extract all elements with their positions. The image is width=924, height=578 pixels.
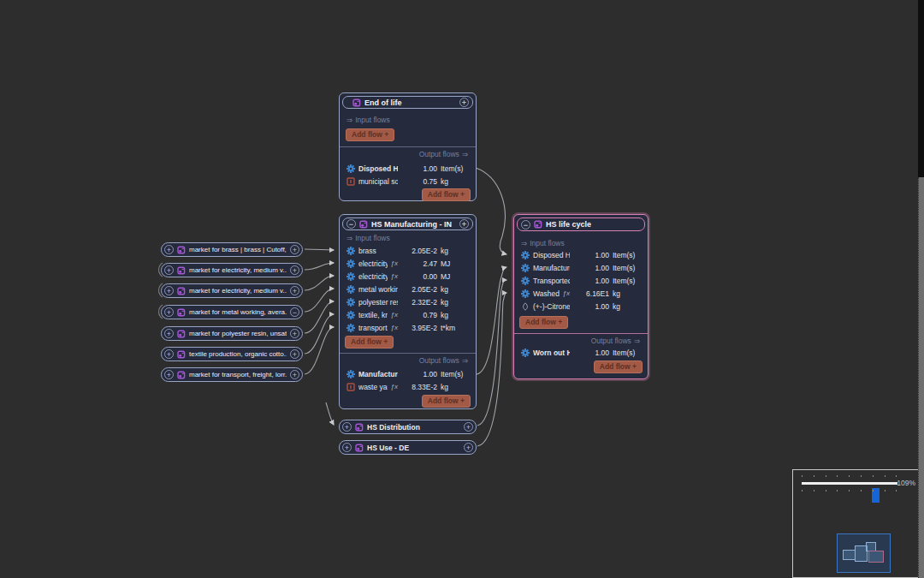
- technosphere-icon: [346, 247, 355, 255]
- flow-name: polyester resin, unsa...: [358, 298, 398, 307]
- flow-name: Disposed HS: [533, 251, 570, 259]
- flow-amount[interactable]: 1.00: [573, 277, 609, 285]
- flow-amount[interactable]: 2.05E-2: [401, 285, 437, 294]
- collapsed-upstream-node[interactable]: + market for transport, freight, lorr...…: [161, 367, 303, 382]
- node-end-of-life-header[interactable]: End of life +: [342, 96, 473, 109]
- flow-row[interactable]: Manufactured HS 1.00 Item(s): [516, 261, 646, 274]
- flow-row[interactable]: polyester resin, unsa... 2.32E-2 kg: [341, 295, 474, 308]
- formula-icon: ƒx: [563, 289, 570, 297]
- collapsed-upstream-node[interactable]: + market for brass | brass | Cutoff, ...…: [161, 242, 303, 257]
- expand-downstream-button[interactable]: +: [459, 98, 469, 107]
- expand-upstream-button[interactable]: +: [164, 370, 174, 379]
- flow-amount[interactable]: 1.00: [401, 370, 437, 378]
- output-flows-label: Output flows ⇒: [591, 337, 640, 345]
- flow-row[interactable]: Manufactured HS 1.00 Item(s): [341, 367, 474, 380]
- expand-downstream-button[interactable]: +: [290, 265, 299, 275]
- flow-amount[interactable]: 1.00: [573, 264, 609, 272]
- flow-amount[interactable]: 6.16E1: [573, 289, 609, 298]
- minimap-viewport[interactable]: [837, 533, 891, 573]
- flow-row[interactable]: transport, freight, lo... ƒx 3.95E-2 t*k…: [341, 321, 474, 334]
- flow-unit: Item(s): [441, 370, 469, 378]
- flow-row[interactable]: textile, knit cotton ƒx 0.79 kg: [341, 308, 474, 321]
- node-hs-manufacturing[interactable]: − HS Manufacturing - IN + ⇒ Input flows …: [339, 214, 477, 409]
- collapsed-upstream-node[interactable]: + market for electricity, medium v... +: [161, 263, 303, 277]
- add-output-flow-button[interactable]: Add flow +: [594, 361, 643, 373]
- node-title: market for metal working, avera...: [189, 308, 287, 316]
- flow-amount[interactable]: 3.95E-2: [401, 324, 437, 332]
- flow-row[interactable]: electricity, medium ... ƒx 0.00 MJ: [341, 270, 474, 283]
- node-hs-life-cycle-header[interactable]: − HS life cycle: [517, 217, 645, 231]
- expand-downstream-button[interactable]: +: [290, 286, 299, 295]
- expand-downstream-button[interactable]: +: [290, 329, 299, 338]
- add-input-flow-button[interactable]: Add flow +: [519, 316, 568, 329]
- expand-downstream-button[interactable]: +: [290, 370, 299, 379]
- expand-downstream-button[interactable]: +: [464, 422, 473, 432]
- add-output-flow-button[interactable]: Add flow +: [422, 188, 471, 201]
- collapsed-upstream-node[interactable]: + market for metal working, avera... −: [161, 305, 303, 319]
- node-title: HS Manufacturing - IN: [371, 220, 452, 229]
- navigator-panel: 109%: [792, 469, 920, 578]
- flow-row[interactable]: Disposed HS 1.00 Item(s): [341, 162, 474, 175]
- collapsed-node-hs-use-de[interactable]: + HS Use - DE +: [339, 440, 477, 455]
- flow-amount[interactable]: 1.00: [573, 251, 609, 259]
- flow-name: transport, freight, lo...: [358, 324, 388, 332]
- collapsed-node-hs-distribution[interactable]: + HS Distribution +: [339, 420, 477, 434]
- flow-amount[interactable]: 2.47: [401, 259, 437, 268]
- flow-amount[interactable]: 0.79: [401, 311, 437, 319]
- add-output-flow-button[interactable]: Add flow +: [422, 395, 471, 408]
- collapse-button[interactable]: −: [346, 219, 356, 229]
- scrollbar-thumb[interactable]: [918, 0, 924, 177]
- collapsed-upstream-node[interactable]: + market for polyester resin, unsat... +: [161, 326, 303, 341]
- expand-upstream-button[interactable]: +: [164, 307, 174, 317]
- flow-row[interactable]: Transported HS 1.00 Item(s): [516, 274, 646, 287]
- expand-upstream-button[interactable]: +: [164, 245, 174, 254]
- flow-row[interactable]: municipal solid waste 0.75 kg: [341, 175, 474, 188]
- flow-row[interactable]: waste yarn and wa... ƒx 8.33E-2 kg: [341, 380, 474, 393]
- flow-row[interactable]: electricity, medium ... ƒx 2.47 MJ: [341, 257, 474, 270]
- slider-ticks-bottom: [802, 490, 897, 492]
- flow-amount[interactable]: 2.05E-2: [401, 247, 437, 255]
- node-hs-life-cycle[interactable]: − HS life cycle ⇒ Input flows Disposed H…: [513, 214, 649, 379]
- collapsed-upstream-node[interactable]: + textile production, organic cotto... +: [161, 347, 303, 361]
- expand-downstream-button[interactable]: +: [459, 219, 469, 229]
- collapse-button[interactable]: −: [521, 220, 530, 229]
- add-input-flow-button[interactable]: Add flow +: [345, 336, 394, 349]
- flow-row[interactable]: (+-)-Citronellol 1.00 kg: [516, 300, 646, 313]
- expand-upstream-button[interactable]: +: [164, 329, 174, 338]
- expand-downstream-button[interactable]: +: [464, 443, 473, 452]
- collapse-downstream-button[interactable]: −: [290, 307, 299, 317]
- flow-amount[interactable]: 8.33E-2: [401, 383, 437, 391]
- expand-downstream-button[interactable]: +: [290, 349, 299, 359]
- technosphere-icon: [521, 251, 530, 259]
- flow-amount[interactable]: 0.00: [401, 272, 437, 281]
- zoom-slider-track[interactable]: [802, 482, 897, 485]
- flow-name: brass: [358, 247, 398, 255]
- expand-upstream-button[interactable]: +: [342, 443, 352, 452]
- output-flows-label: Output flows ⇒: [419, 150, 468, 158]
- flow-amount[interactable]: 2.32E-2: [401, 298, 437, 307]
- flow-row[interactable]: Washed clothes ƒx 6.16E1 kg: [516, 287, 646, 300]
- collapsed-upstream-node[interactable]: + market for electricity, medium v... +: [161, 283, 303, 298]
- node-end-of-life[interactable]: End of life + ⇒ Input flows Add flow + O…: [339, 92, 477, 201]
- flow-unit: kg: [441, 311, 469, 319]
- add-input-flow-button[interactable]: Add flow +: [346, 128, 394, 141]
- flow-amount[interactable]: 1.00: [573, 302, 609, 311]
- node-title: market for electricity, medium v...: [189, 287, 287, 295]
- node-hs-manufacturing-header[interactable]: − HS Manufacturing - IN +: [342, 217, 473, 230]
- flow-amount[interactable]: 0.75: [401, 177, 437, 186]
- flow-amount[interactable]: 1.00: [401, 164, 437, 173]
- flow-unit: kg: [613, 289, 641, 298]
- expand-downstream-button[interactable]: +: [290, 245, 299, 254]
- expand-upstream-button[interactable]: +: [164, 349, 174, 359]
- expand-upstream-button[interactable]: +: [342, 422, 352, 432]
- flow-row[interactable]: Disposed HS 1.00 Item(s): [516, 248, 646, 261]
- flow-unit: kg: [441, 298, 469, 307]
- graph-canvas[interactable]: End of life + ⇒ Input flows Add flow + O…: [0, 0, 924, 578]
- expand-upstream-button[interactable]: +: [164, 286, 174, 295]
- flow-row[interactable]: brass 2.05E-2 kg: [341, 244, 474, 257]
- flow-row[interactable]: Worn out Hooded Swea... 1.00 Item(s): [516, 346, 646, 359]
- flow-row[interactable]: metal working, aver... 2.05E-2 kg: [341, 283, 474, 295]
- expand-upstream-button[interactable]: +: [164, 265, 174, 275]
- flow-amount[interactable]: 1.00: [573, 349, 609, 357]
- scrollbar-track[interactable]: [918, 177, 924, 578]
